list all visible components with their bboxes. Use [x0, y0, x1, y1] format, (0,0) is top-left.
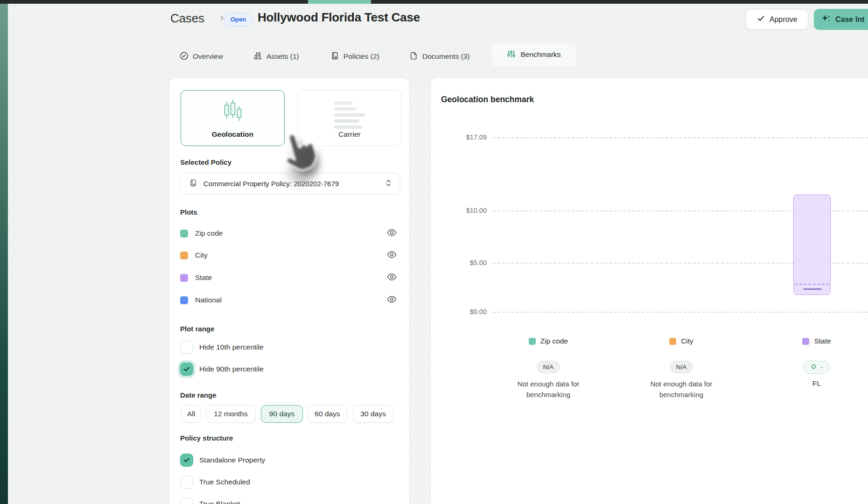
city-note: Not enough data for benchmarking: [638, 378, 725, 400]
date-range-90-days-button-selected[interactable]: 90 days: [261, 405, 303, 423]
legend-state-swatch: [802, 338, 809, 345]
benchmark-type-geolocation-card[interactable]: Geolocation: [181, 90, 285, 146]
document-icon: [409, 51, 418, 62]
true-blanket-row[interactable]: True Blanket: [180, 497, 400, 504]
date-range-60-days-button[interactable]: 60 days: [308, 405, 347, 423]
legend-state-label: State: [814, 337, 831, 345]
geolocation-card-label: Geolocation: [181, 130, 284, 139]
hide-90th-percentile-row[interactable]: Hide 90th percentile: [180, 362, 400, 377]
city-swatch: [180, 252, 188, 259]
state-badge-dash: -: [820, 364, 823, 371]
case-intelligence-button[interactable]: Case Int: [814, 9, 868, 30]
hide-10th-percentile-label: Hide 10th percentile: [199, 343, 264, 351]
case-intelligence-label: Case Int: [835, 15, 864, 24]
approve-button[interactable]: Approve: [746, 9, 808, 30]
true-scheduled-label: True Scheduled: [199, 478, 250, 486]
breadcrumb-cases[interactable]: Cases: [170, 11, 204, 26]
national-swatch: [180, 296, 188, 304]
tab-documents-label: Documents (3): [422, 52, 470, 61]
eye-visibility-icon[interactable]: [387, 296, 397, 305]
legend-zip-code-label: Zip code: [540, 337, 568, 345]
selected-policy-dropdown[interactable]: Commercial Property Policy: 2020202-7679: [180, 173, 400, 195]
plots-label: Plots: [180, 208, 197, 216]
eye-visibility-icon[interactable]: [387, 229, 397, 238]
policy-journal-icon: [330, 51, 339, 62]
plot-row-national: National: [180, 294, 400, 306]
boxplot-median-line: [803, 288, 822, 290]
benchmark-type-carrier-card[interactable]: Carrier: [298, 90, 401, 146]
browser-top-bar: [0, 0, 868, 4]
tab-policies-label: Policies (2): [343, 52, 379, 61]
tab-assets[interactable]: Assets (1): [253, 47, 299, 66]
zip-code-note: Not enough data for benchmarking: [505, 378, 592, 400]
state-swatch: [180, 274, 188, 282]
status-badge-open: Open: [224, 13, 252, 27]
date-range-all-button[interactable]: All: [181, 405, 201, 423]
selected-policy-value: Commercial Property Policy: 2020202-7679: [203, 180, 339, 188]
y-axis-tick: $5.00: [447, 259, 487, 266]
date-range-30-days-button[interactable]: 30 days: [353, 405, 393, 423]
carrier-list-icon: [298, 98, 401, 129]
hide-90th-percentile-checkbox[interactable]: [180, 363, 193, 376]
true-blanket-checkbox[interactable]: [180, 497, 193, 504]
chevron-up-down-icon: [385, 179, 392, 189]
eye-visibility-icon[interactable]: [387, 251, 397, 260]
selected-policy-label: Selected Policy: [180, 158, 231, 166]
check-icon: [757, 14, 765, 24]
carrier-card-label: Carrier: [298, 130, 401, 139]
plot-label-state: State: [195, 273, 387, 282]
standalone-property-checkbox[interactable]: [180, 454, 193, 467]
tab-assets-label: Assets (1): [266, 52, 299, 61]
zip-code-swatch: [180, 230, 188, 238]
city-na-badge: N/A: [670, 361, 693, 373]
state-diamond-badge: -: [803, 361, 830, 374]
tab-policies[interactable]: Policies (2): [330, 47, 379, 66]
diamond-icon: [811, 364, 817, 371]
legend-city: City N/A Not enough data for benchmarkin…: [630, 337, 733, 400]
true-blanket-label: True Blanket: [199, 500, 240, 504]
check-circle-icon: [180, 51, 189, 62]
legend-state: State - FL: [765, 337, 868, 388]
date-range-label: Date range: [180, 391, 217, 399]
tab-overview[interactable]: Overview: [180, 47, 223, 66]
y-axis-tick: $17.09: [447, 133, 487, 141]
legend-zip-code-swatch: [529, 338, 536, 345]
hide-10th-percentile-row[interactable]: Hide 10th percentile: [180, 340, 400, 355]
standalone-property-label: Standalone Property: [199, 456, 265, 464]
eye-visibility-icon[interactable]: [387, 273, 397, 282]
app-root: Cases › Open Hollywood Florida Test Case…: [0, 0, 868, 504]
date-range-12-months-button[interactable]: 12 months: [206, 405, 256, 423]
true-scheduled-checkbox[interactable]: [180, 476, 193, 489]
legend-city-swatch: [669, 338, 676, 345]
plot-label-city: City: [195, 251, 387, 259]
chart-title: Geolocation benchmark: [441, 95, 534, 105]
sparkle-icon: [821, 14, 831, 25]
plot-row-city: City: [180, 249, 400, 261]
policy-structure-label: Policy structure: [180, 434, 233, 442]
page-title: Hollywood Florida Test Case: [258, 10, 420, 25]
candlestick-chart-icon: [181, 98, 284, 123]
plot-row-state: State: [180, 272, 400, 284]
building-icon: [253, 51, 262, 62]
top-bar-accent: [308, 0, 371, 4]
true-scheduled-row[interactable]: True Scheduled: [180, 475, 400, 490]
tab-benchmarks-active[interactable]: Benchmarks: [491, 43, 576, 66]
hide-10th-percentile-checkbox[interactable]: [180, 341, 193, 354]
tab-documents[interactable]: Documents (3): [409, 47, 470, 66]
breadcrumb-chevron-icon: ›: [220, 12, 224, 24]
legend-zip-code: Zip code N/A Not enough data for benchma…: [497, 337, 600, 400]
plot-range-label: Plot range: [180, 325, 214, 333]
boxplot-10th-percentile-line: [795, 284, 829, 285]
state-region-label: FL: [765, 379, 868, 388]
gridline: [493, 312, 868, 313]
y-axis-tick: $0.00: [447, 308, 487, 315]
standalone-property-row[interactable]: Standalone Property: [180, 453, 400, 468]
tab-benchmarks-label: Benchmarks: [520, 50, 560, 59]
tab-overview-label: Overview: [193, 52, 223, 61]
desktop-edge-strip: [0, 4, 8, 504]
state-boxplot: [793, 195, 831, 295]
legend-city-label: City: [681, 337, 693, 345]
approve-button-label: Approve: [770, 15, 798, 24]
hide-90th-percentile-label: Hide 90th percentile: [199, 365, 264, 373]
plot-row-zip-code: Zip code: [180, 227, 400, 239]
